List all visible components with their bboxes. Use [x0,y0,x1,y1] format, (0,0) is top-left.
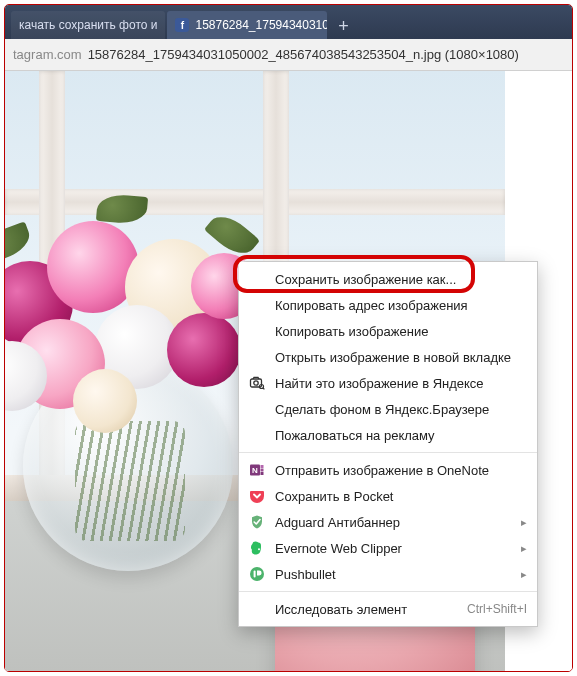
ctx-send-onenote[interactable]: N Отправить изображение в OneNote [239,457,537,483]
svg-rect-11 [254,571,256,578]
submenu-arrow-icon: ▸ [521,568,527,581]
ctx-report-ad[interactable]: Пожаловаться на рекламу [239,422,537,448]
adguard-icon [247,512,267,532]
address-path: 15876284_1759434031050002_48567403854325… [88,47,519,62]
ctx-adguard[interactable]: Adguard Антибаннер ▸ [239,509,537,535]
blank-icon [247,347,267,367]
svg-rect-7 [261,469,264,472]
svg-point-9 [258,548,260,550]
blank-icon [247,399,267,419]
blank-icon [247,321,267,341]
submenu-arrow-icon: ▸ [521,516,527,529]
ctx-set-background[interactable]: Сделать фоном в Яндекс.Браузере [239,396,537,422]
separator [239,452,537,453]
blank-icon [247,599,267,619]
shortcut-label: Ctrl+Shift+I [467,602,527,616]
address-host: tagram.com [13,47,82,62]
ctx-copy-image[interactable]: Копировать изображение [239,318,537,344]
facebook-icon: f [175,18,189,32]
blank-icon [247,269,267,289]
tab-strip: качать сохранить фото и f 15876284_17594… [5,5,572,39]
blank-icon [247,425,267,445]
svg-point-1 [254,381,258,385]
address-bar[interactable]: tagram.com 15876284_1759434031050002_485… [5,39,572,71]
tab-title: 15876284_175943403105 [195,18,327,32]
ctx-evernote[interactable]: Evernote Web Clipper ▸ [239,535,537,561]
blank-icon [247,295,267,315]
ctx-inspect-element[interactable]: Исследовать элемент Ctrl+Shift+I [239,596,537,622]
ctx-save-image-as[interactable]: Сохранить изображение как... [239,266,537,292]
ctx-copy-image-address[interactable]: Копировать адрес изображения [239,292,537,318]
page-content: Сохранить изображение как... Копировать … [5,71,572,671]
ctx-pushbullet[interactable]: Pushbullet ▸ [239,561,537,587]
app-frame: качать сохранить фото и f 15876284_17594… [4,4,573,672]
svg-line-3 [263,388,264,389]
svg-rect-6 [261,465,264,468]
separator [239,591,537,592]
submenu-arrow-icon: ▸ [521,542,527,555]
svg-text:N: N [252,466,258,475]
context-menu: Сохранить изображение как... Копировать … [238,261,538,627]
svg-rect-8 [261,472,264,475]
new-tab-button[interactable]: + [329,13,357,39]
ctx-find-yandex[interactable]: Найти это изображение в Яндексе [239,370,537,396]
camera-search-icon [247,373,267,393]
onenote-icon: N [247,460,267,480]
pocket-icon [247,486,267,506]
tab-active[interactable]: f 15876284_175943403105 × [167,11,327,39]
tab-inactive[interactable]: качать сохранить фото и [11,11,165,39]
pushbullet-icon [247,564,267,584]
tab-title: качать сохранить фото и [19,18,157,32]
evernote-icon [247,538,267,558]
ctx-open-new-tab[interactable]: Открыть изображение в новой вкладке [239,344,537,370]
ctx-save-pocket[interactable]: Сохранить в Pocket [239,483,537,509]
